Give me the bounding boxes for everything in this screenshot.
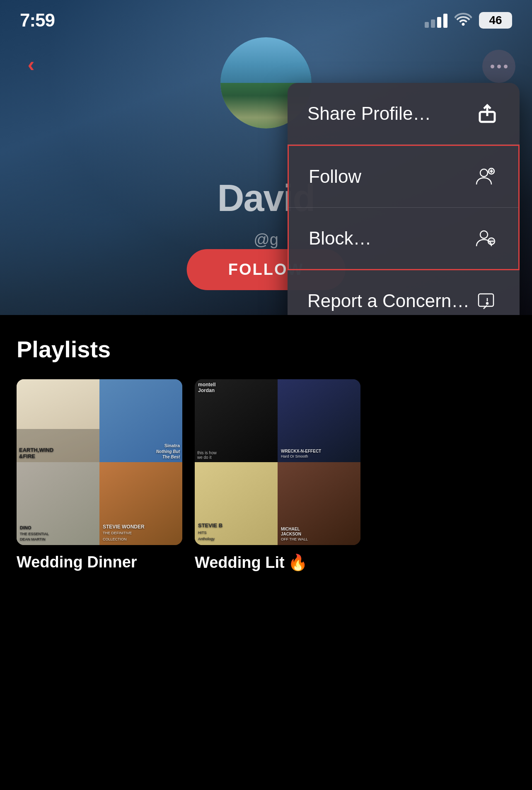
playlist-name-wedding-dinner: Wedding Dinner (17, 553, 182, 571)
menu-item-share[interactable]: Share Profile… (288, 83, 520, 145)
playlist-cover-wedding-dinner: EARTH,WIND&FIRE SinatraNothing ButThe Be… (17, 379, 182, 545)
menu-share-label: Share Profile… (307, 103, 431, 124)
playlists-title: Playlists (17, 336, 515, 363)
album-art-wreckx: WRECKX-N-EFFECTHard Or Smooth (278, 379, 360, 462)
flame-emoji: 🔥 (288, 554, 307, 571)
playlists-section: Playlists EARTH,WIND&FIRE SinatraNothing… (0, 315, 532, 588)
signal-icon (425, 13, 447, 28)
more-button[interactable] (482, 50, 515, 83)
more-dots-icon (491, 65, 508, 68)
hero-section: ‹ David @g FOLLOW Share Profile… (0, 0, 532, 315)
album-art-stevie-b: STEVIE BHITSAnthology (195, 462, 278, 545)
battery-level: 46 (489, 14, 502, 27)
svg-point-11 (486, 303, 488, 304)
battery-indicator: 46 (479, 12, 512, 29)
album-art-montell-jordan: montellJordan this is howwe do it (195, 379, 278, 462)
report-icon (475, 288, 500, 313)
menu-block-label: Block… (309, 228, 372, 249)
wifi-icon (454, 11, 472, 30)
menu-highlight-group: Follow Block… (288, 145, 520, 270)
follow-icon (474, 164, 498, 189)
menu-item-block[interactable]: Block… (289, 208, 518, 269)
svg-point-2 (480, 169, 488, 177)
playlists-list: EARTH,WIND&FIRE SinatraNothing ButThe Be… (17, 379, 515, 572)
svg-rect-9 (479, 294, 493, 306)
playlist-cover-wedding-lit: montellJordan this is howwe do it WRECKX… (195, 379, 360, 545)
menu-item-report[interactable]: Report a Concern… (288, 270, 520, 315)
status-icons: 46 (425, 11, 512, 30)
menu-report-label: Report a Concern… (307, 291, 469, 311)
status-time: 7:59 (20, 10, 55, 31)
album-art-sinatra: SinatraNothing ButThe Best (99, 379, 182, 462)
menu-follow-label: Follow (309, 166, 361, 187)
album-art-michael-jackson: MICHAELJACKSONOFF THE WALL (278, 462, 360, 545)
playlist-card-wedding-dinner[interactable]: EARTH,WIND&FIRE SinatraNothing ButThe Be… (17, 379, 182, 572)
block-icon (474, 226, 498, 251)
status-bar: 7:59 46 (0, 0, 532, 33)
playlist-name-wedding-lit: Wedding Lit🔥 (195, 553, 360, 572)
album-art-ewf: EARTH,WIND&FIRE (17, 379, 99, 462)
album-art-stevie-wonder: STEVIE WONDERTHE DEFINITIVECOLLECTION (99, 462, 182, 545)
share-icon (475, 101, 500, 126)
menu-item-follow[interactable]: Follow (289, 146, 518, 208)
playlist-card-wedding-lit[interactable]: montellJordan this is howwe do it WRECKX… (195, 379, 360, 572)
back-chevron-icon: ‹ (28, 54, 35, 75)
album-art-dean-martin: DINOTHE ESSENTIALDEAN MARTIN (17, 462, 99, 545)
svg-point-6 (480, 231, 488, 238)
context-menu: Share Profile… Follow (288, 83, 520, 315)
back-button[interactable]: ‹ (17, 50, 46, 79)
